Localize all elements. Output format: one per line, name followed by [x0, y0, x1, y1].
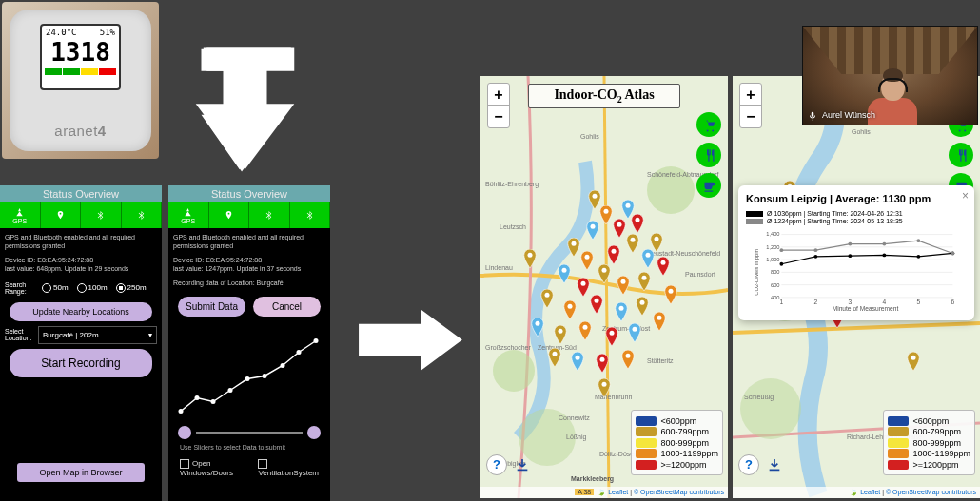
svg-point-76 [779, 248, 783, 252]
pin-icon [55, 210, 66, 221]
cancel-button[interactable]: Cancel [253, 297, 321, 317]
svg-point-19 [612, 249, 617, 254]
map-pin[interactable] [567, 238, 581, 257]
aranet-case: 24.0°C 51% 1318 aranet4 [10, 10, 151, 151]
map-pin[interactable] [571, 352, 585, 371]
help-button[interactable]: ? [738, 454, 759, 475]
map-pin[interactable] [590, 295, 604, 314]
aranet-brand: aranet4 [10, 123, 151, 139]
food-filter-button[interactable] [696, 143, 721, 167]
map-detail[interactable]: Gohlis Schleußig Richard-Lehmann-Straße … [733, 76, 980, 498]
app-header: Status Overview [0, 185, 162, 202]
map-pin[interactable] [657, 257, 671, 276]
map-pin[interactable] [636, 297, 650, 316]
svg-text:1: 1 [780, 299, 784, 305]
map-pin[interactable] [626, 234, 640, 253]
video-call-tile[interactable]: Aurel Wünsch [802, 26, 978, 125]
checkbox-windows[interactable]: Open Windows/Doors [180, 459, 245, 477]
map-pin[interactable] [653, 312, 667, 331]
svg-point-7 [297, 350, 302, 355]
bluetooth-icon [136, 210, 147, 221]
chip-bt2 [122, 202, 163, 228]
chip-bt1 [249, 202, 290, 228]
bluetooth-icon [304, 210, 315, 221]
zoom-out-button[interactable]: − [740, 106, 761, 127]
slider-hint: Use Sliders to select Data to submit [180, 444, 319, 451]
radio-100m[interactable]: 100m [77, 283, 108, 293]
food-filter-button[interactable] [949, 143, 973, 167]
map-pin[interactable] [617, 276, 631, 295]
map-pin[interactable] [577, 278, 591, 297]
map-pin[interactable] [598, 264, 612, 283]
map-pin[interactable] [523, 249, 538, 268]
cup-icon [702, 179, 716, 193]
svg-point-6 [281, 363, 285, 368]
help-button[interactable]: ? [486, 454, 507, 475]
map-pin[interactable] [615, 302, 629, 321]
checkbox-vent[interactable]: VentilationSystem [258, 459, 319, 477]
zoom-control: + − [739, 83, 762, 128]
svg-point-21 [646, 253, 651, 258]
map-pin[interactable] [637, 272, 652, 291]
map-pin[interactable] [628, 323, 642, 342]
svg-point-74 [916, 255, 920, 259]
open-map-button[interactable]: Open Map in Browser [17, 463, 145, 482]
map-pin[interactable] [580, 251, 595, 270]
map-pin[interactable] [554, 325, 568, 344]
start-recording-button[interactable]: Start Recording [10, 349, 152, 377]
radio-50m[interactable]: 50m [42, 283, 69, 293]
download-icon [515, 457, 530, 472]
map-pin[interactable] [586, 221, 600, 240]
map-pin[interactable] [548, 348, 562, 367]
zoom-out-button[interactable]: − [488, 106, 509, 127]
svg-point-44 [593, 194, 598, 199]
map-pin[interactable] [907, 352, 921, 371]
zoom-in-button[interactable]: + [740, 84, 761, 106]
update-nearby-button[interactable]: Update Nearby Locations [10, 302, 152, 321]
close-icon[interactable]: × [962, 189, 969, 202]
shop-filter-button[interactable] [696, 112, 721, 137]
map-pin[interactable] [596, 354, 610, 373]
svg-text:2: 2 [814, 299, 818, 305]
svg-point-11 [493, 350, 535, 392]
aranet-device-photo: 24.0°C 51% 1318 aranet4 [2, 2, 159, 159]
location-select[interactable]: Burgcafé | 202m ▾ [38, 326, 157, 344]
map-pin[interactable] [578, 321, 593, 340]
svg-point-1 [195, 395, 200, 400]
svg-point-55 [911, 356, 916, 360]
map-pin[interactable] [531, 318, 545, 337]
map-pin[interactable] [598, 378, 612, 397]
svg-point-48 [669, 289, 674, 294]
svg-point-2 [211, 399, 216, 404]
search-range-row: Search Range: 50m 100m 250m [0, 279, 162, 298]
zoom-in-button[interactable]: + [488, 84, 509, 106]
map-pin[interactable] [631, 214, 645, 233]
svg-point-32 [640, 300, 645, 305]
svg-point-46 [636, 218, 640, 222]
restaurant-icon [702, 148, 716, 163]
map-pin[interactable] [605, 327, 619, 346]
download-button[interactable] [512, 454, 533, 475]
svg-point-77 [813, 248, 817, 252]
map-pin[interactable] [613, 219, 627, 238]
map-pin[interactable] [621, 350, 636, 369]
map-pin[interactable] [558, 264, 572, 283]
svg-text:Minute of Measurement: Minute of Measurement [833, 305, 899, 312]
map-pin[interactable] [607, 245, 621, 264]
aranet-screen: 24.0°C 51% 1318 [40, 24, 121, 90]
map-pin[interactable] [563, 300, 578, 319]
submit-button[interactable]: Submit Data [178, 297, 245, 317]
chip-location [209, 202, 250, 228]
radio-250m[interactable]: 250m [116, 283, 147, 293]
time-slider[interactable] [178, 426, 321, 439]
satellite-icon [183, 207, 193, 218]
svg-text:1,000: 1,000 [766, 257, 779, 262]
map-atlas[interactable]: Gohlis Schönefeld-Abtnaundorf Neustadt-N… [480, 76, 728, 498]
cafe-filter-button[interactable] [696, 173, 721, 198]
map-pin[interactable] [588, 190, 602, 209]
svg-text:1,200: 1,200 [766, 244, 779, 250]
download-button[interactable] [764, 454, 785, 475]
map-pin[interactable] [664, 285, 678, 304]
map-pin[interactable] [650, 233, 664, 252]
map-pin[interactable] [540, 289, 555, 308]
